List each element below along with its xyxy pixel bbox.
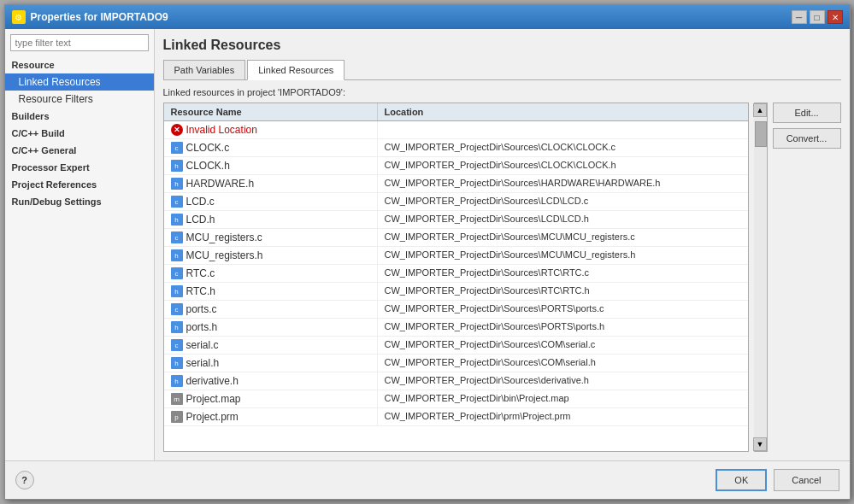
dialog-body: Resource Linked Resources Resource Filte… — [5, 29, 850, 460]
file-icon: c — [171, 231, 183, 243]
minimize-button[interactable]: ─ — [792, 10, 807, 24]
cancel-button[interactable]: Cancel — [774, 469, 839, 491]
cell-location: CW_IMPORTER_ProjectDir\Sources\RTC\RTC.c — [378, 265, 748, 282]
convert-button[interactable]: Convert... — [773, 128, 841, 149]
maximize-button[interactable]: □ — [810, 10, 825, 24]
file-icon: h — [171, 249, 183, 261]
cell-location: CW_IMPORTER_ProjectDir\Sources\HARDWARE\… — [378, 175, 748, 192]
table-row[interactable]: h MCU_registers.h CW_IMPORTER_ProjectDir… — [164, 247, 748, 265]
table-row[interactable]: h LCD.h CW_IMPORTER_ProjectDir\Sources\L… — [164, 211, 748, 229]
dialog-icon: ⚙ — [12, 10, 26, 24]
table-body: ✕ Invalid Location c CLOCK.c — [164, 121, 748, 451]
table-row[interactable]: c MCU_registers.c CW_IMPORTER_ProjectDir… — [164, 229, 748, 247]
title-buttons: ─ □ ✕ — [792, 10, 843, 24]
cell-location: CW_IMPORTER_ProjectDir\Sources\MCU\MCU_r… — [378, 247, 748, 264]
cell-name: c LCD.c — [164, 193, 378, 210]
tab-linked-resources[interactable]: Linked Resources — [247, 60, 345, 80]
cell-location: CW_IMPORTER_ProjectDir\bin\Project.map — [378, 390, 748, 407]
cell-location — [378, 121, 748, 138]
sidebar-item-linked-resources[interactable]: Linked Resources — [5, 73, 154, 91]
file-icon: p — [171, 411, 183, 423]
cell-location: CW_IMPORTER_ProjectDir\Sources\COM\seria… — [378, 337, 748, 354]
cell-name: c CLOCK.c — [164, 139, 378, 156]
cell-name: ✕ Invalid Location — [164, 121, 378, 138]
sidebar-item-resource[interactable]: Resource — [5, 56, 154, 73]
left-panel: Resource Linked Resources Resource Filte… — [5, 29, 155, 460]
table-row[interactable]: h derivative.h CW_IMPORTER_ProjectDir\So… — [164, 372, 748, 390]
close-button[interactable]: ✕ — [827, 10, 843, 24]
cell-name: h ports.h — [164, 319, 378, 336]
filter-input[interactable] — [10, 34, 149, 51]
main-dialog: ⚙ Properties for IMPORTADO9 ─ □ ✕ Resour… — [4, 4, 851, 500]
file-icon: h — [171, 214, 183, 226]
cell-location: CW_IMPORTER_ProjectDir\Sources\LCD\LCD.c — [378, 193, 748, 210]
right-panel: Linked Resources Path Variables Linked R… — [155, 29, 850, 460]
dialog-footer: ? OK Cancel — [5, 460, 850, 499]
cell-name: c RTC.c — [164, 265, 378, 282]
sidebar-item-run-debug[interactable]: Run/Debug Settings — [5, 193, 154, 210]
file-icon: c — [171, 142, 183, 154]
nav-tree: Resource Linked Resources Resource Filte… — [5, 56, 154, 460]
table-row[interactable]: c CLOCK.c CW_IMPORTER_ProjectDir\Sources… — [164, 139, 748, 157]
cell-location: CW_IMPORTER_ProjectDir\Sources\derivativ… — [378, 372, 748, 390]
file-icon: c — [171, 303, 183, 315]
sidebar-item-resource-filters[interactable]: Resource Filters — [5, 91, 154, 108]
edit-button[interactable]: Edit... — [773, 103, 841, 123]
table-row[interactable]: h HARDWARE.h CW_IMPORTER_ProjectDir\Sour… — [164, 175, 748, 193]
col-header-location: Location — [378, 103, 748, 120]
cell-location: CW_IMPORTER_ProjectDir\Sources\MCU\MCU_r… — [378, 229, 748, 246]
sidebar-item-cpp-build[interactable]: C/C++ Build — [5, 125, 154, 142]
table-row[interactable]: h serial.h CW_IMPORTER_ProjectDir\Source… — [164, 355, 748, 372]
file-icon: m — [171, 393, 183, 405]
cell-name: c ports.c — [164, 301, 378, 318]
table-container: Resource Name Location ✕ Invalid Locatio… — [163, 103, 841, 452]
cell-name: h HARDWARE.h — [164, 175, 378, 192]
sidebar-item-processor-expert[interactable]: Processor Expert — [5, 159, 154, 176]
scroll-up-button[interactable]: ▲ — [753, 103, 767, 117]
title-bar: ⚙ Properties for IMPORTADO9 ─ □ ✕ — [5, 5, 850, 29]
cell-location: CW_IMPORTER_ProjectDir\Sources\LCD\LCD.h — [378, 211, 748, 228]
scroll-down-button[interactable]: ▼ — [753, 437, 767, 451]
table-row[interactable]: h CLOCK.h CW_IMPORTER_ProjectDir\Sources… — [164, 157, 748, 175]
help-button[interactable]: ? — [15, 471, 34, 489]
data-table: Resource Name Location ✕ Invalid Locatio… — [163, 103, 749, 452]
cell-location: CW_IMPORTER_ProjectDir\Sources\CLOCK\CLO… — [378, 139, 748, 156]
footer-left: ? — [15, 471, 34, 489]
error-icon: ✕ — [171, 124, 183, 136]
page-title: Linked Resources — [163, 38, 841, 53]
cell-location: CW_IMPORTER_ProjectDir\Sources\COM\seria… — [378, 355, 748, 372]
cell-name: h serial.h — [164, 355, 378, 372]
file-icon: h — [171, 375, 183, 387]
table-scrollbar[interactable]: ▲ ▼ — [754, 103, 768, 452]
file-icon: h — [171, 160, 183, 172]
sidebar-item-builders[interactable]: Builders — [5, 108, 154, 125]
sidebar-item-project-references[interactable]: Project References — [5, 176, 154, 193]
table-row[interactable]: p Project.prm CW_IMPORTER_ProjectDir\prm… — [164, 408, 748, 426]
footer-right: OK Cancel — [716, 469, 839, 491]
cell-location: CW_IMPORTER_ProjectDir\Sources\PORTS\por… — [378, 301, 748, 318]
table-row[interactable]: c ports.c CW_IMPORTER_ProjectDir\Sources… — [164, 301, 748, 319]
cell-name: h derivative.h — [164, 372, 378, 390]
cell-name: h RTC.h — [164, 283, 378, 300]
cell-location: CW_IMPORTER_ProjectDir\Sources\RTC\RTC.h — [378, 283, 748, 300]
table-row[interactable]: m Project.map CW_IMPORTER_ProjectDir\bin… — [164, 390, 748, 408]
table-row[interactable]: ✕ Invalid Location — [164, 121, 748, 139]
scroll-thumb[interactable] — [755, 121, 767, 147]
cell-name: p Project.prm — [164, 408, 378, 425]
content-area: Linked resources in project 'IMPORTADO9'… — [163, 87, 841, 452]
tab-path-variables[interactable]: Path Variables — [163, 60, 246, 79]
scroll-track[interactable] — [754, 117, 767, 437]
table-row[interactable]: c RTC.c CW_IMPORTER_ProjectDir\Sources\R… — [164, 265, 748, 283]
title-bar-left: ⚙ Properties for IMPORTADO9 — [12, 10, 168, 24]
table-header: Resource Name Location — [164, 103, 748, 121]
table-row[interactable]: c LCD.c CW_IMPORTER_ProjectDir\Sources\L… — [164, 193, 748, 211]
ok-button[interactable]: OK — [716, 469, 767, 491]
dialog-title: Properties for IMPORTADO9 — [31, 11, 168, 23]
cell-name: h CLOCK.h — [164, 157, 378, 174]
table-row[interactable]: h RTC.h CW_IMPORTER_ProjectDir\Sources\R… — [164, 283, 748, 301]
file-icon: c — [171, 267, 183, 279]
sidebar-item-cpp-general[interactable]: C/C++ General — [5, 142, 154, 159]
cell-location: CW_IMPORTER_ProjectDir\Sources\CLOCK\CLO… — [378, 157, 748, 174]
table-row[interactable]: c serial.c CW_IMPORTER_ProjectDir\Source… — [164, 337, 748, 355]
table-row[interactable]: h ports.h CW_IMPORTER_ProjectDir\Sources… — [164, 319, 748, 337]
